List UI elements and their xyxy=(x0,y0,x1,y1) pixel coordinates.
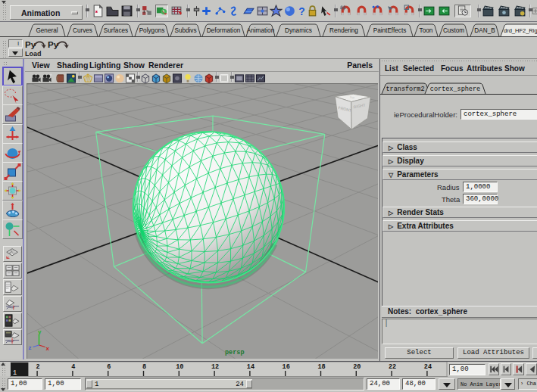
svg-text:Curves: Curves xyxy=(73,27,92,34)
svg-text:2: 2 xyxy=(36,363,40,371)
svg-text:1: 1 xyxy=(13,369,17,377)
svg-text:PaintEffects: PaintEffects xyxy=(373,27,407,34)
svg-text:General: General xyxy=(36,27,58,34)
svg-text:16: 16 xyxy=(283,363,290,371)
svg-text:?: ? xyxy=(298,5,304,17)
svg-text:cortex_sphere: cortex_sphere xyxy=(430,86,480,93)
svg-text:Custom: Custom xyxy=(443,27,464,34)
svg-text:12: 12 xyxy=(211,363,219,371)
svg-text:Surfaces: Surfaces xyxy=(104,27,128,34)
svg-text:Animation: Animation xyxy=(247,27,275,34)
svg-text:Rendering: Rendering xyxy=(329,27,358,34)
svg-text:4: 4 xyxy=(71,363,75,371)
svg-text:Deformation: Deformation xyxy=(207,27,241,34)
svg-text:24: 24 xyxy=(424,363,432,371)
svg-text:6: 6 xyxy=(107,363,111,371)
svg-text:Toon: Toon xyxy=(420,27,433,34)
svg-text:8: 8 xyxy=(142,363,146,371)
svg-text:transform2: transform2 xyxy=(386,86,424,93)
svg-text:Subdivs: Subdivs xyxy=(174,27,196,34)
svg-text:20: 20 xyxy=(353,363,361,371)
svg-text:14: 14 xyxy=(247,363,254,371)
svg-text:y: y xyxy=(38,328,42,335)
svg-text:Dynamics: Dynamics xyxy=(285,27,312,34)
svg-text:x: x xyxy=(46,345,50,352)
svg-text:22: 22 xyxy=(389,363,396,371)
svg-text:Polygons: Polygons xyxy=(139,27,165,34)
svg-text:z: z xyxy=(29,344,32,351)
svg-text:drd_HF2_RiggingToo: drd_HF2_RiggingToo xyxy=(504,27,537,34)
svg-text:10: 10 xyxy=(176,363,183,371)
svg-text:18: 18 xyxy=(317,363,325,371)
svg-text:DAN_B: DAN_B xyxy=(474,27,495,34)
svg-text:persp: persp xyxy=(225,349,245,356)
